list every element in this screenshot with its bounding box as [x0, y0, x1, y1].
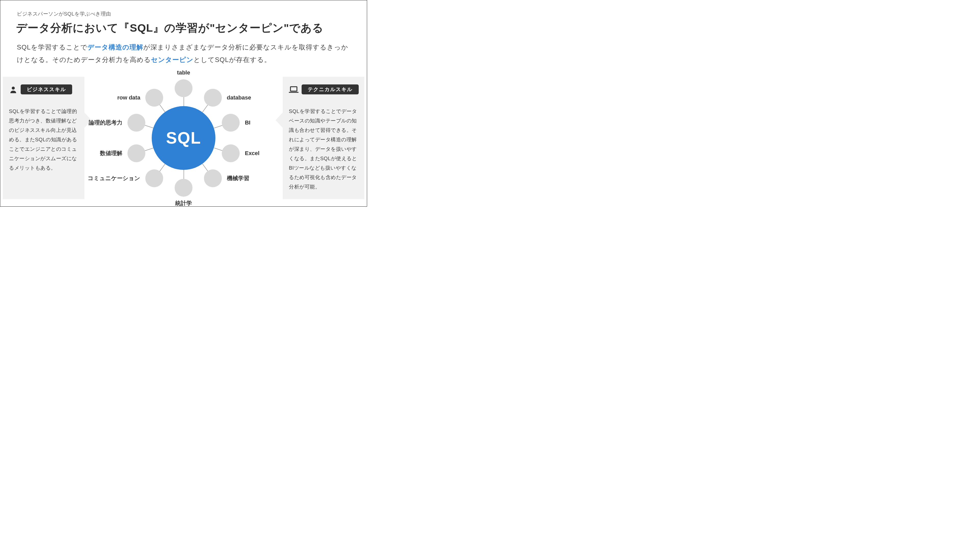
node-circle	[222, 114, 240, 132]
headline: データ分析において『SQL』の学習が"センターピン"である	[16, 21, 323, 35]
node-label: 機械学習	[227, 174, 249, 182]
business-skill-head: ビジネススキル	[9, 85, 78, 94]
business-skill-title: ビジネススキル	[21, 85, 72, 94]
svg-rect-1	[290, 86, 297, 91]
node-label: 論理的思考力	[89, 119, 123, 126]
person-icon	[9, 85, 18, 94]
node-label: database	[227, 94, 251, 101]
node-circle	[175, 79, 192, 97]
node-circle	[175, 179, 192, 197]
node-label: Excel	[245, 150, 259, 156]
technical-skill-head: テクニカルスキル	[289, 85, 358, 94]
node-circle	[127, 114, 145, 132]
hub-sql: SQL	[152, 106, 215, 170]
technical-skill-card: テクニカルスキル SQLを学習することでデータベースの知識やテーブルの知識も合わ…	[283, 77, 364, 199]
eyebrow: ビジネスパーソンがSQLを学ぶべき理由	[17, 10, 111, 18]
lead-text-3: としてSQLが存在する。	[194, 56, 271, 64]
node-circle	[222, 144, 240, 162]
lead-paragraph: SQLを学習することでデータ構造の理解が深まりさまざまなデータ分析に必要なスキル…	[17, 41, 350, 66]
node-label: 数値理解	[100, 150, 123, 157]
sql-radial-diagram: SQL tabledatabaseBIExcel機械学習統計学コミュニケーション…	[105, 69, 262, 207]
svg-point-0	[12, 86, 15, 89]
node-label: BI	[245, 120, 250, 126]
technical-skill-title: テクニカルスキル	[302, 85, 359, 94]
technical-skill-body: SQLを学習することでデータベースの知識やテーブルの知識も合わせて習得できる。そ…	[289, 107, 358, 191]
node-circle	[127, 144, 145, 162]
node-circle	[145, 89, 163, 107]
node-label: 統計学	[175, 199, 192, 207]
node-label: コミュニケーション	[88, 174, 140, 182]
lead-highlight-2: センターピン	[151, 56, 194, 64]
laptop-icon	[289, 85, 299, 94]
node-circle	[204, 169, 222, 187]
node-circle	[204, 89, 222, 107]
node-label: row data	[117, 94, 140, 101]
lead-highlight-1: データ構造の理解	[88, 43, 143, 51]
business-skill-card: ビジネススキル SQLを学習することで論理的思考力がつき、数値理解などのビジネス…	[3, 77, 84, 199]
node-circle	[145, 169, 163, 187]
node-label: table	[177, 69, 190, 76]
lead-text-1: SQLを学習することで	[17, 43, 88, 51]
business-skill-body: SQLを学習することで論理的思考力がつき、数値理解などのビジネススキル向上が見込…	[9, 107, 78, 173]
